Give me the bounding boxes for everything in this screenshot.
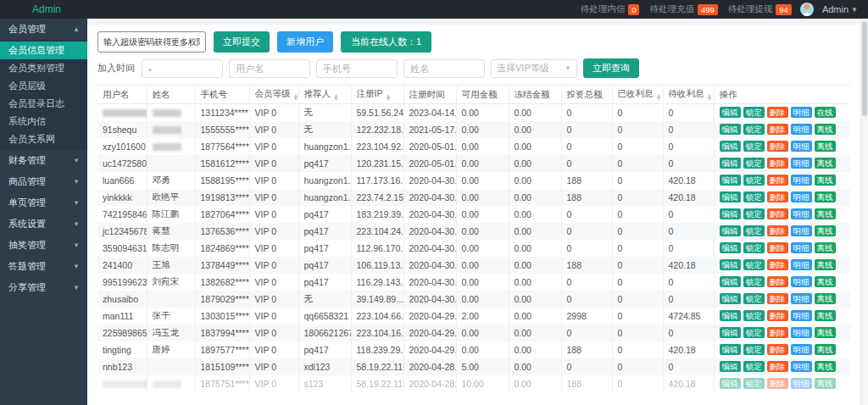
status-button[interactable]: 离线 bbox=[815, 378, 836, 389]
detail-button[interactable]: 明细 bbox=[791, 208, 812, 219]
status-button[interactable]: 离线 bbox=[815, 141, 836, 152]
column-header-4[interactable]: 推荐人▲▼ bbox=[298, 86, 351, 104]
sidebar-item-3[interactable]: 会员登录日志 bbox=[0, 95, 87, 113]
lock-button[interactable]: 锁定 bbox=[743, 276, 765, 287]
lock-button[interactable]: 锁定 bbox=[743, 141, 765, 152]
edit-button[interactable]: 编辑 bbox=[720, 378, 741, 389]
username-filter-input[interactable] bbox=[229, 59, 310, 78]
delete-button[interactable]: 删除 bbox=[767, 344, 788, 355]
lock-button[interactable]: 锁定 bbox=[743, 225, 765, 236]
status-button[interactable]: 在线 bbox=[815, 107, 836, 118]
delete-button[interactable]: 删除 bbox=[767, 208, 788, 219]
edit-button[interactable]: 编辑 bbox=[720, 361, 741, 372]
edit-button[interactable]: 编辑 bbox=[720, 107, 741, 118]
lock-button[interactable]: 锁定 bbox=[743, 124, 765, 135]
delete-button[interactable]: 删除 bbox=[767, 107, 788, 118]
lock-button[interactable]: 锁定 bbox=[743, 361, 765, 372]
detail-button[interactable]: 明细 bbox=[791, 175, 812, 186]
column-header-5[interactable]: 注册IP▲▼ bbox=[351, 86, 403, 104]
user-menu[interactable]: Admin ▼ bbox=[822, 4, 858, 14]
delete-button[interactable]: 删除 bbox=[767, 225, 788, 236]
edit-button[interactable]: 编辑 bbox=[720, 293, 741, 304]
status-button[interactable]: 离线 bbox=[815, 208, 836, 219]
sidebar-item-4[interactable]: 系统内信 bbox=[0, 113, 87, 130]
vip-level-select[interactable]: 选择VIP等级 ▼ bbox=[491, 59, 577, 78]
sidebar-item-5[interactable]: 会员关系网 bbox=[0, 130, 87, 148]
sort-icon[interactable]: ▲▼ bbox=[333, 94, 339, 102]
status-button[interactable]: 离线 bbox=[815, 327, 836, 338]
edit-button[interactable]: 编辑 bbox=[720, 327, 741, 338]
detail-button[interactable]: 明细 bbox=[791, 158, 812, 169]
detail-button[interactable]: 明细 bbox=[791, 344, 812, 355]
lock-button[interactable]: 锁定 bbox=[743, 327, 765, 338]
sort-icon[interactable]: ▲▼ bbox=[656, 94, 662, 102]
edit-button[interactable]: 编辑 bbox=[720, 242, 741, 253]
column-header-3[interactable]: 会员等级▲▼ bbox=[249, 86, 298, 104]
sidebar-section-1[interactable]: 财务管理▼ bbox=[0, 150, 87, 171]
detail-button[interactable]: 明细 bbox=[791, 259, 812, 270]
add-user-button[interactable]: 新增用户 bbox=[277, 31, 333, 53]
sidebar-item-2[interactable]: 会员层级 bbox=[0, 77, 87, 95]
query-button[interactable]: 立即查询 bbox=[583, 58, 639, 78]
lock-button[interactable]: 锁定 bbox=[743, 310, 765, 321]
status-button[interactable]: 离线 bbox=[815, 276, 836, 287]
detail-button[interactable]: 明细 bbox=[791, 191, 812, 202]
delete-button[interactable]: 删除 bbox=[767, 191, 788, 202]
delete-button[interactable]: 删除 bbox=[767, 361, 788, 372]
lock-button[interactable]: 锁定 bbox=[743, 107, 765, 118]
detail-button[interactable]: 明细 bbox=[791, 242, 812, 253]
lock-button[interactable]: 锁定 bbox=[743, 293, 765, 304]
lock-button[interactable]: 锁定 bbox=[743, 242, 765, 253]
detail-button[interactable]: 明细 bbox=[791, 293, 812, 304]
detail-button[interactable]: 明细 bbox=[791, 225, 812, 236]
delete-button[interactable]: 删除 bbox=[767, 259, 788, 270]
sidebar-section-2[interactable]: 商品管理▼ bbox=[0, 171, 87, 192]
pending-stat-1[interactable]: 待处理充值499 bbox=[649, 3, 717, 15]
status-button[interactable]: 离线 bbox=[815, 310, 836, 321]
delete-button[interactable]: 删除 bbox=[767, 276, 788, 287]
lock-button[interactable]: 锁定 bbox=[743, 259, 765, 270]
detail-button[interactable]: 明细 bbox=[791, 124, 812, 135]
lock-button[interactable]: 锁定 bbox=[743, 158, 765, 169]
delete-button[interactable]: 删除 bbox=[767, 310, 788, 321]
lock-button[interactable]: 锁定 bbox=[743, 191, 765, 202]
sort-icon[interactable]: ▲▼ bbox=[385, 94, 391, 102]
column-header-10[interactable]: 已收利息▲▼ bbox=[612, 86, 663, 104]
delete-button[interactable]: 删除 bbox=[767, 175, 788, 186]
lock-button[interactable]: 锁定 bbox=[743, 208, 765, 219]
sidebar-section-3[interactable]: 单页管理▼ bbox=[0, 192, 87, 214]
sidebar-item-0[interactable]: 会员信息管理 bbox=[0, 42, 87, 59]
column-header-11[interactable]: 待收利息▲▼ bbox=[663, 86, 714, 104]
name-filter-input[interactable] bbox=[403, 59, 485, 78]
edit-button[interactable]: 编辑 bbox=[720, 141, 741, 152]
detail-button[interactable]: 明细 bbox=[791, 327, 812, 338]
edit-button[interactable]: 编辑 bbox=[720, 158, 741, 169]
pending-stat-2[interactable]: 待处理提现94 bbox=[728, 3, 792, 15]
delete-button[interactable]: 删除 bbox=[767, 141, 788, 152]
edit-button[interactable]: 编辑 bbox=[720, 191, 741, 202]
sidebar-section-0[interactable]: 会员管理▲ bbox=[0, 19, 87, 40]
sidebar-section-7[interactable]: 分享管理▼ bbox=[0, 277, 87, 298]
delete-button[interactable]: 删除 bbox=[767, 124, 788, 135]
delete-button[interactable]: 删除 bbox=[767, 327, 788, 338]
sidebar-section-5[interactable]: 抽奖管理▼ bbox=[0, 235, 87, 256]
sidebar-section-4[interactable]: 系统设置▼ bbox=[0, 214, 87, 235]
edit-button[interactable]: 编辑 bbox=[720, 310, 741, 321]
sidebar-item-1[interactable]: 会员类别管理 bbox=[0, 59, 87, 77]
delete-button[interactable]: 删除 bbox=[767, 293, 788, 304]
lock-button[interactable]: 锁定 bbox=[743, 175, 765, 186]
edit-button[interactable]: 编辑 bbox=[720, 344, 741, 355]
lock-button[interactable]: 锁定 bbox=[743, 344, 765, 355]
delete-button[interactable]: 删除 bbox=[767, 242, 788, 253]
status-button[interactable]: 离线 bbox=[815, 158, 836, 169]
detail-button[interactable]: 明细 bbox=[791, 107, 812, 118]
status-button[interactable]: 离线 bbox=[815, 242, 836, 253]
sidebar-section-6[interactable]: 答题管理▼ bbox=[0, 256, 87, 277]
sort-icon[interactable]: ▲▼ bbox=[707, 94, 713, 102]
pending-stat-0[interactable]: 待处理内信0 bbox=[581, 3, 640, 15]
super-password-input[interactable] bbox=[97, 31, 206, 53]
status-button[interactable]: 离线 bbox=[815, 225, 836, 236]
edit-button[interactable]: 编辑 bbox=[720, 124, 741, 135]
user-avatar[interactable] bbox=[800, 3, 814, 16]
detail-button[interactable]: 明细 bbox=[791, 310, 812, 321]
